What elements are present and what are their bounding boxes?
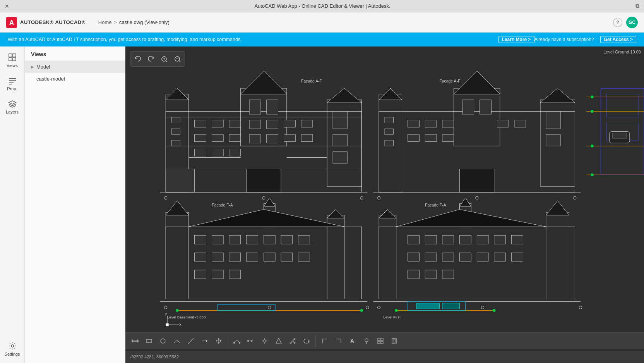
svg-point-179 <box>493 309 495 311</box>
svg-rect-83 <box>514 120 526 127</box>
svg-rect-77 <box>408 134 420 142</box>
svg-point-161 <box>591 145 593 147</box>
properties-icon <box>8 76 17 85</box>
corner1-tool-button[interactable] <box>318 334 331 348</box>
svg-rect-40 <box>267 100 278 114</box>
svg-rect-132 <box>425 236 437 244</box>
zoom-fit-button[interactable] <box>171 53 183 65</box>
svg-rect-53 <box>166 169 194 192</box>
measure-tool-button[interactable] <box>128 334 142 348</box>
sidebar-item-properties[interactable]: Prop. <box>2 73 23 95</box>
redo-button[interactable] <box>145 53 157 65</box>
svg-text:A: A <box>9 19 14 27</box>
arc1-tool-button[interactable] <box>170 334 183 348</box>
svg-text:Facade A-F: Facade A-F <box>301 79 322 83</box>
svg-rect-107 <box>195 253 206 261</box>
svg-rect-180 <box>416 303 440 309</box>
text-tool-button[interactable]: A <box>346 334 359 348</box>
svg-point-10 <box>11 345 14 347</box>
svg-rect-108 <box>212 253 223 261</box>
node-tool-button[interactable] <box>258 334 271 348</box>
loop-tool-button[interactable] <box>300 334 313 348</box>
sidebar-item-views[interactable]: Views <box>2 50 23 71</box>
svg-rect-2 <box>9 54 12 57</box>
svg-rect-75 <box>425 120 437 127</box>
logo-text: AUTODESK® AUTOCAD® <box>20 19 86 25</box>
svg-rect-30 <box>195 120 206 127</box>
svg-rect-7 <box>9 80 16 81</box>
breadcrumb: Home > castle.dwg (View-only) <box>98 19 170 25</box>
main-area: Views Prop. Layers <box>0 46 644 363</box>
header: A AUTODESK® AUTOCAD® Home > castle.dwg (… <box>0 12 644 33</box>
svg-point-208 <box>365 339 368 342</box>
svg-rect-79 <box>442 134 454 142</box>
svg-line-203 <box>293 341 295 343</box>
grid-tool-button[interactable] <box>374 334 387 348</box>
svg-rect-185 <box>146 339 152 342</box>
window-title: AutoCAD Web App - Online CAD Editor & Vi… <box>9 3 635 9</box>
svg-line-16 <box>179 60 180 62</box>
pin-tool-button[interactable] <box>360 334 373 348</box>
coords-display: -92592.4281, 86003.5582 <box>130 354 179 359</box>
svg-rect-105 <box>281 236 293 244</box>
panel-item-castle-model[interactable]: castle-model <box>25 73 125 85</box>
svg-rect-28 <box>171 129 180 134</box>
rect-tool-button[interactable] <box>142 334 156 348</box>
branch-tool-button[interactable] <box>286 334 299 348</box>
svg-rect-8 <box>9 82 14 83</box>
svg-rect-31 <box>212 120 223 127</box>
svg-rect-104 <box>264 236 275 244</box>
status-bar: -92592.4281, 86003.5582 <box>125 351 644 363</box>
promo-bar: With an AutoCAD or AutoCAD LT subscripti… <box>0 33 644 46</box>
svg-rect-41 <box>249 120 261 129</box>
corner2-tool-button[interactable] <box>332 334 345 348</box>
svg-rect-76 <box>442 120 454 127</box>
svg-rect-212 <box>378 341 380 344</box>
svg-rect-51 <box>333 152 347 163</box>
zoom-extents-button[interactable] <box>158 53 170 65</box>
toolbar-divider2 <box>315 335 316 347</box>
sidebar-layers-label: Layers <box>6 110 19 114</box>
maximize-button[interactable]: ⧉ <box>635 3 639 9</box>
svg-point-195 <box>264 340 266 342</box>
svg-rect-133 <box>442 236 454 244</box>
arc2-tool-button[interactable] <box>230 334 243 348</box>
box-tool-button[interactable] <box>388 334 401 348</box>
svg-rect-140 <box>442 253 454 261</box>
svg-rect-210 <box>378 338 380 341</box>
canvas-area[interactable]: Facade A-F <box>125 46 644 363</box>
panel-item-arrow: ▶ <box>31 65 34 69</box>
svg-rect-139 <box>425 253 437 261</box>
arrow2-tool-button[interactable] <box>244 334 257 348</box>
get-access-button[interactable]: Get Access > <box>600 36 636 43</box>
svg-rect-36 <box>195 149 206 156</box>
svg-rect-141 <box>460 253 471 261</box>
svg-rect-145 <box>408 270 420 279</box>
undo-button[interactable] <box>132 53 144 65</box>
sidebar-item-settings[interactable]: Settings <box>2 338 23 360</box>
close-button[interactable]: ✕ <box>5 3 9 9</box>
svg-rect-214 <box>392 339 397 343</box>
breadcrumb-home[interactable]: Home <box>98 19 112 25</box>
panel-item-model[interactable]: ▶ Model <box>25 61 125 73</box>
views-icon <box>8 53 17 62</box>
help-button[interactable]: ? <box>613 18 622 27</box>
svg-rect-38 <box>229 149 241 156</box>
svg-text:A: A <box>350 338 354 344</box>
learn-more-button[interactable]: Learn More > <box>498 36 534 43</box>
arrow-tool-button[interactable] <box>198 334 211 348</box>
svg-rect-35 <box>229 134 241 142</box>
line-diag-tool-button[interactable] <box>184 334 197 348</box>
svg-rect-137 <box>512 236 523 244</box>
user-avatar[interactable]: GC <box>626 17 638 28</box>
move-tool-button[interactable] <box>212 334 225 348</box>
triangle-tool-button[interactable] <box>272 334 285 348</box>
svg-rect-39 <box>249 100 261 114</box>
svg-rect-49 <box>333 112 347 129</box>
svg-rect-32 <box>229 120 241 127</box>
left-panel: Views ▶ Model castle-model <box>25 46 125 363</box>
sidebar-item-layers[interactable]: Layers <box>2 96 23 118</box>
circle-tool-button[interactable] <box>156 334 170 348</box>
svg-line-187 <box>188 338 194 344</box>
svg-rect-213 <box>381 341 383 344</box>
